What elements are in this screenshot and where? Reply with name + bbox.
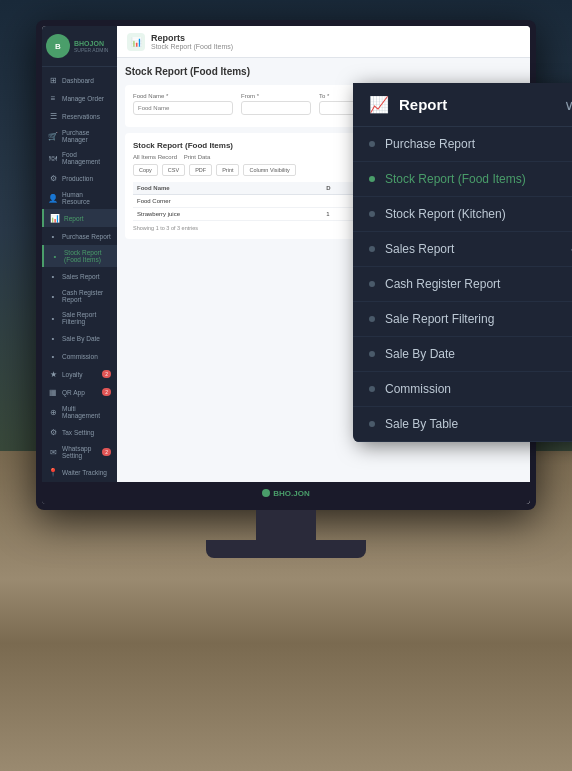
report-icon: 📊: [50, 213, 60, 223]
sidebar-item-purchase-manager[interactable]: 🛒 Purchase Manager: [42, 125, 117, 147]
sidebar-item-sale-by-date[interactable]: • Sale By Date: [42, 329, 117, 347]
sidebar-item-stock-report-food[interactable]: • Stock Report (Food Items): [42, 245, 117, 267]
dropdown-label-commission: Commission: [385, 382, 451, 396]
tax-setting-icon: ⚙: [48, 427, 58, 437]
dropdown-label-stock-kitchen: Stock Report (Kitchen): [385, 207, 506, 221]
topbar-icon: 📊: [127, 33, 145, 51]
cash-register-dot: [369, 281, 375, 287]
column-visibility-button[interactable]: Column Visibility: [243, 164, 295, 176]
print-label: Print Data: [184, 154, 211, 160]
dropdown-item-sale-by-table[interactable]: Sale By Table: [353, 407, 572, 442]
sidebar-item-sales-report[interactable]: • Sales Report: [42, 267, 117, 285]
sidebar-item-production[interactable]: ⚙ Production: [42, 169, 117, 187]
sidebar-item-whatsapp[interactable]: ✉ Whatsapp Setting 2: [42, 441, 117, 463]
dashboard-icon: ⊞: [48, 75, 58, 85]
sidebar-item-multi-management[interactable]: ⊕ Multi Management: [42, 401, 117, 423]
dropdown-chevron-icon[interactable]: ∨: [564, 97, 572, 113]
sidebar-label-report: Report: [64, 215, 84, 222]
whatsapp-icon: ✉: [48, 447, 58, 457]
sidebar-item-manage-order[interactable]: ≡ Manage Order: [42, 89, 117, 107]
sales-report-dot-icon: •: [48, 271, 58, 281]
sidebar-label-whatsapp: Whatsapp Setting: [62, 445, 98, 459]
sidebar-item-food-management[interactable]: 🍽 Food Management: [42, 147, 117, 169]
food-name-label: Food Name *: [133, 93, 233, 99]
sidebar-item-waiter-tracking[interactable]: 📍 Waiter Tracking: [42, 463, 117, 481]
sidebar-label-tax-setting: Tax Setting: [62, 429, 94, 436]
dropdown-title: Report: [399, 96, 447, 113]
sidebar-item-qr-app[interactable]: ▦ QR App 2: [42, 383, 117, 401]
sidebar-item-cash-register[interactable]: • Cash Register Report: [42, 285, 117, 307]
logo-avatar: B: [46, 34, 70, 58]
monitor-stand-neck: [256, 510, 316, 540]
dropdown-label-cash-register: Cash Register Report: [385, 277, 500, 291]
dropdown-item-sale-by-date[interactable]: Sale By Date: [353, 337, 572, 372]
sidebar-label-stock-report-food: Stock Report (Food Items): [64, 249, 111, 263]
cash-register-dot-icon: •: [48, 291, 58, 301]
sidebar-label-loyalty: Loyalty: [62, 371, 83, 378]
from-group: From *: [241, 93, 311, 115]
dropdown-item-commission[interactable]: Commission: [353, 372, 572, 407]
qr-app-icon: ▦: [48, 387, 58, 397]
dropdown-label-sale-filtering: Sale Report Filtering: [385, 312, 494, 326]
brand-name: BHOJON: [74, 40, 108, 47]
sidebar-item-report[interactable]: 📊 Report: [42, 209, 117, 227]
sidebar-label-multi-management: Multi Management: [62, 405, 111, 419]
waiter-tracking-icon: 📍: [48, 467, 58, 477]
pdf-button[interactable]: PDF: [189, 164, 212, 176]
production-icon: ⚙: [48, 173, 58, 183]
loyalty-badge: 2: [102, 370, 111, 378]
sidebar-menu: ⊞ Dashboard ≡ Manage Order ☰ Reservation…: [42, 67, 117, 504]
all-items-text: All Items Record: [133, 154, 177, 160]
dropdown-label-sale-by-date: Sale By Date: [385, 347, 455, 361]
sidebar-label-cash-register: Cash Register Report: [62, 289, 111, 303]
sidebar-item-reservations[interactable]: ☰ Reservations: [42, 107, 117, 125]
sidebar-item-human-resource[interactable]: 👤 Human Resource: [42, 187, 117, 209]
sidebar-label-dashboard: Dashboard: [62, 77, 94, 84]
commission-dot-icon: •: [48, 351, 58, 361]
sale-by-table-dot: [369, 421, 375, 427]
sidebar-label-food-management: Food Management: [62, 151, 111, 165]
sidebar-item-purchase-report[interactable]: • Purchase Report: [42, 227, 117, 245]
copy-button[interactable]: Copy: [133, 164, 158, 176]
bhoj-logo: BHO.JON: [262, 489, 309, 498]
sidebar-label-purchase-report: Purchase Report: [62, 233, 111, 240]
sidebar-item-sale-filtering[interactable]: • Sale Report Filtering: [42, 307, 117, 329]
monitor-brand-text: BHO.JON: [273, 489, 309, 498]
from-label: From *: [241, 93, 311, 99]
sale-by-date-dot-icon: •: [48, 333, 58, 343]
sale-by-date-dot: [369, 351, 375, 357]
dropdown-item-sales-report[interactable]: Sales Report ‹: [353, 232, 572, 267]
csv-button[interactable]: CSV: [162, 164, 185, 176]
dropdown-item-stock-kitchen[interactable]: Stock Report (Kitchen): [353, 197, 572, 232]
loyalty-icon: ★: [48, 369, 58, 379]
purchase-report-dot: [369, 141, 375, 147]
food-management-icon: 🍽: [48, 153, 58, 163]
dropdown-label-sale-by-table: Sale By Table: [385, 417, 458, 431]
report-dropdown: 📈 Report ∨ Purchase Report Stock Report …: [353, 83, 572, 442]
dropdown-item-purchase-report[interactable]: Purchase Report: [353, 127, 572, 162]
dropdown-label-purchase-report: Purchase Report: [385, 137, 475, 151]
sidebar-label-commission: Commission: [62, 353, 98, 360]
qr-badge: 2: [102, 388, 111, 396]
dropdown-item-stock-food[interactable]: Stock Report (Food Items): [353, 162, 572, 197]
sidebar-item-loyalty[interactable]: ★ Loyalty 2: [42, 365, 117, 383]
sidebar-item-commission[interactable]: • Commission: [42, 347, 117, 365]
food-name-input[interactable]: [133, 101, 233, 115]
sidebar-item-tax-setting[interactable]: ⚙ Tax Setting: [42, 423, 117, 441]
topbar-breadcrumb: Stock Report (Food Items): [151, 43, 233, 50]
logo-text: BHOJON SUPER ADMIN: [74, 40, 108, 53]
sales-report-dot: [369, 246, 375, 252]
bhoj-logo-dot: [262, 489, 270, 497]
print-button[interactable]: Print: [216, 164, 239, 176]
brand-subtitle: SUPER ADMIN: [74, 47, 108, 53]
human-resource-icon: 👤: [48, 193, 58, 203]
whatsapp-badge: 2: [102, 448, 111, 456]
sidebar-label-purchase-manager: Purchase Manager: [62, 129, 111, 143]
dropdown-item-cash-register[interactable]: Cash Register Report: [353, 267, 572, 302]
purchase-report-dot-icon: •: [48, 231, 58, 241]
sidebar-label-sales-report: Sales Report: [62, 273, 100, 280]
dropdown-item-sale-filtering[interactable]: Sale Report Filtering: [353, 302, 572, 337]
sidebar-label-waiter-tracking: Waiter Tracking: [62, 469, 107, 476]
from-input[interactable]: [241, 101, 311, 115]
sidebar-item-dashboard[interactable]: ⊞ Dashboard: [42, 71, 117, 89]
